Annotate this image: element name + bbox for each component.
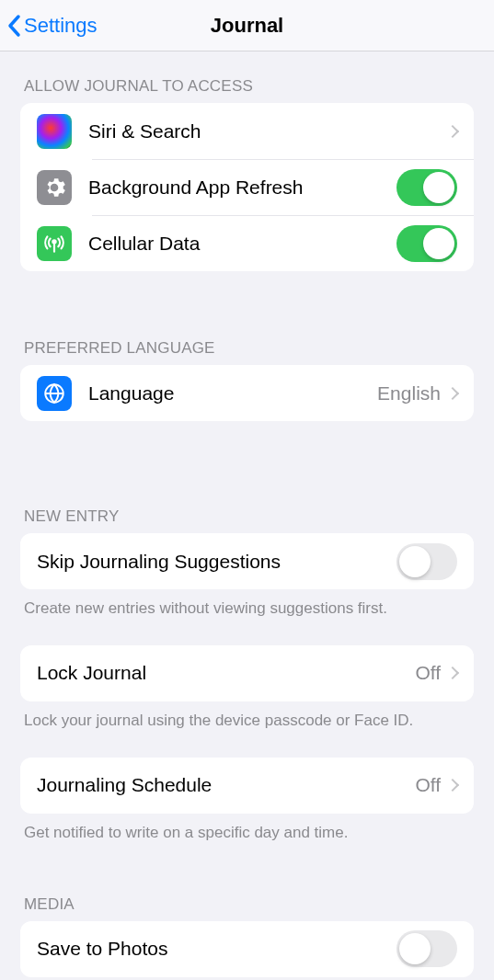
section-header-media: MEDIA <box>24 895 474 914</box>
language-value: English <box>377 382 441 405</box>
cellular-toggle[interactable] <box>396 225 457 262</box>
section-header-access: ALLOW JOURNAL TO ACCESS <box>24 77 474 96</box>
lock-value: Off <box>415 662 441 684</box>
save-label: Save to Photos <box>37 938 396 960</box>
schedule-row[interactable]: Journaling Schedule Off <box>20 758 474 814</box>
language-group: Language English <box>20 365 474 421</box>
save-photos-row: Save to Photos <box>20 921 474 977</box>
language-label: Language <box>88 382 377 405</box>
back-button[interactable]: Settings <box>6 14 98 38</box>
background-refresh-row: Background App Refresh <box>20 159 474 215</box>
page-title: Journal <box>211 14 283 38</box>
siri-label: Siri & Search <box>88 120 448 142</box>
chevron-right-icon <box>446 124 459 137</box>
chevron-right-icon <box>446 667 459 679</box>
navigation-bar: Settings Journal <box>0 0 494 51</box>
siri-icon <box>37 114 72 149</box>
skip-footer: Create new entries without viewing sugge… <box>24 598 470 620</box>
section-header-language: PREFERRED LANGUAGE <box>24 339 474 358</box>
skip-suggestions-row: Skip Journaling Suggestions <box>20 533 474 589</box>
back-label: Settings <box>24 14 98 38</box>
lock-footer: Lock your journal using the device passc… <box>24 711 470 732</box>
schedule-group: Journaling Schedule Off <box>20 758 474 814</box>
refresh-label: Background App Refresh <box>88 177 396 199</box>
lock-label: Lock Journal <box>37 662 415 684</box>
lock-journal-row[interactable]: Lock Journal Off <box>20 645 474 701</box>
lock-group: Lock Journal Off <box>20 645 474 701</box>
skip-label: Skip Journaling Suggestions <box>37 551 396 573</box>
gear-icon <box>37 170 72 205</box>
access-group: Siri & Search Background App Refresh Cel… <box>20 103 474 271</box>
media-group: Save to Photos <box>20 921 474 977</box>
siri-search-row[interactable]: Siri & Search <box>20 103 474 159</box>
schedule-label: Journaling Schedule <box>37 774 415 796</box>
skip-toggle[interactable] <box>396 543 457 580</box>
chevron-right-icon <box>446 779 459 792</box>
chevron-left-icon <box>6 14 22 38</box>
section-header-new-entry: NEW ENTRY <box>24 507 474 526</box>
chevron-right-icon <box>446 386 459 399</box>
cellular-label: Cellular Data <box>88 233 396 255</box>
schedule-value: Off <box>415 774 441 796</box>
globe-icon <box>37 376 72 411</box>
cellular-data-row: Cellular Data <box>20 215 474 271</box>
refresh-toggle[interactable] <box>396 169 457 206</box>
language-row[interactable]: Language English <box>20 365 474 421</box>
save-toggle[interactable] <box>396 930 457 967</box>
antenna-icon <box>37 226 72 261</box>
skip-group: Skip Journaling Suggestions <box>20 533 474 589</box>
svg-point-0 <box>52 240 55 243</box>
schedule-footer: Get notified to write on a specific day … <box>24 823 470 844</box>
